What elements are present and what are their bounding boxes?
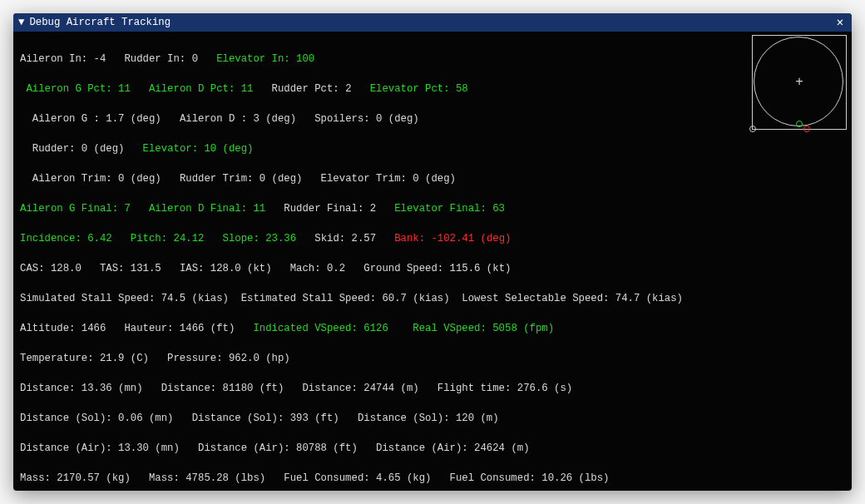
line-rudder-elev: Rudder: 0 (deg) Elevator: 10 (deg) [20,141,845,156]
gauge-marker-green [796,121,803,127]
est-stall: Estimated Stall Speed: 60.7 (kias) [241,293,450,304]
close-icon: ✕ [837,17,843,28]
gauge-center-icon: + [795,76,803,89]
title-area[interactable]: ▼ Debug Aircraft Tracking [18,17,171,28]
spoilers: Spoilers: 0 (deg) [314,113,418,125]
aileron-in: Aileron In: -4 [20,53,106,65]
pressure: Pressure: 962.0 (hp) [167,353,290,364]
close-button[interactable]: ✕ [833,16,847,29]
dist-air-mn: Distance (Air): 13.30 (mn) [20,442,180,454]
line-mass: Mass: 2170.57 (kg) Mass: 4785.28 (lbs) F… [20,471,845,486]
flight-time: Flight time: 276.6 (s) [437,383,572,394]
aileron-d-final: Aileron D Final: 11 [149,203,265,215]
gauge-marker-white [749,126,756,132]
debug-window: ▼ Debug Aircraft Tracking ✕ Aileron In: … [13,13,852,491]
line-distance-air: Distance (Air): 13.30 (mn) Distance (Air… [20,441,845,456]
mach: Mach: 0.2 [290,263,345,274]
fuel-consumed-kg: Fuel Consumed: 4.65 (kg) [284,472,431,484]
aileron-g-pct: Aileron G Pct: 11 [26,83,130,95]
elevator-in: Elevator In: 100 [216,53,314,65]
rudder-trim: Rudder Trim: 0 (deg) [180,173,303,185]
ground-speed: Ground Speed: 115.6 (kt) [363,263,511,274]
line-speeds: CAS: 128.0 TAS: 131.5 IAS: 128.0 (kt) Ma… [20,261,845,276]
line-attitude: Incidence: 6.42 Pitch: 24.12 Slope: 23.3… [20,231,845,246]
cas: CAS: 128.0 [20,263,82,274]
elevator-deg: Elevator: 10 (deg) [143,143,254,155]
ias: IAS: 128.0 (kt) [180,263,272,274]
line-altitude: Altitude: 1466 Hauteur: 1466 (ft) Indica… [20,321,845,336]
pitch: Pitch: 24.12 [131,233,205,245]
dist-air-ft: Distance (Air): 80788 (ft) [198,442,358,454]
aileron-d-deg: Aileron D : 3 (deg) [180,113,296,125]
aileron-d-pct: Aileron D Pct: 11 [149,83,253,95]
rudder-in: Rudder In: 0 [124,53,198,65]
titlebar[interactable]: ▼ Debug Aircraft Tracking ✕ [13,13,852,32]
mass-kg: Mass: 2170.57 (kg) [20,472,131,484]
dist-mn: Distance: 13.36 (mn) [20,383,143,394]
lowest-select: Lowest Selectable Speed: 74.7 (kias) [462,293,683,304]
window-title: Debug Aircraft Tracking [29,17,171,28]
control-gauge: + [752,35,847,130]
collapse-icon[interactable]: ▼ [18,17,24,28]
line-trims: Aileron Trim: 0 (deg) Rudder Trim: 0 (de… [20,171,845,186]
aileron-g-deg: Aileron G : 1.7 (deg) [32,113,161,125]
elevator-final: Elevator Final: 63 [394,203,505,215]
gauge-marker-red [803,126,810,132]
bank: Bank: -102.41 (deg) [394,233,511,245]
dist-m: Distance: 24744 (m) [302,383,418,394]
dist-sol-m: Distance (Sol): 120 (m) [358,413,499,424]
real-vspeed: Real VSpeed: 5058 (fpm) [413,323,554,334]
line-stall: Simulated Stall Speed: 74.5 (kias) Estim… [20,291,845,306]
aileron-trim: Aileron Trim: 0 (deg) [32,173,161,185]
line-aileron-deg: Aileron G : 1.7 (deg) Aileron D : 3 (deg… [20,111,845,126]
elevator-pct: Elevator Pct: 58 [370,83,468,95]
tas: TAS: 131.5 [100,263,161,274]
temperature: Temperature: 21.9 (C) [20,353,149,364]
aileron-g-final: Aileron G Final: 7 [20,203,131,215]
rudder-deg: Rudder: 0 (deg) [32,143,125,155]
altitude: Altitude: 1466 [20,323,106,334]
line-aileron-in: Aileron In: -4 Rudder In: 0 Elevator In:… [20,52,845,67]
dist-air-m: Distance (Air): 24624 (m) [376,442,529,454]
line-finals: Aileron G Final: 7 Aileron D Final: 11 R… [20,201,845,216]
dist-sol-mn: Distance (Sol): 0.06 (mn) [20,413,173,424]
indicated-vspeed: Indicated VSpeed: 6126 [253,323,388,334]
dist-sol-ft: Distance (Sol): 393 (ft) [192,413,339,424]
slope: Slope: 23.36 [223,233,297,245]
skid: Skid: 2.57 [314,233,376,245]
rudder-final: Rudder Final: 2 [284,203,376,215]
mass-lbs: Mass: 4785.28 (lbs) [149,472,265,484]
elevator-trim: Elevator Trim: 0 (deg) [321,173,456,185]
dist-ft: Distance: 81180 (ft) [161,383,284,394]
hauteur: Hauteur: 1466 (ft) [124,323,235,334]
line-distance: Distance: 13.36 (mn) Distance: 81180 (ft… [20,381,845,396]
line-aileron-pct: Aileron G Pct: 11 Aileron D Pct: 11 Rudd… [20,82,845,96]
rudder-pct: Rudder Pct: 2 [272,83,352,95]
debug-content: Aileron In: -4 Rudder In: 0 Elevator In:… [13,32,852,491]
fuel-consumed-lbs: Fuel Consumed: 10.26 (lbs) [450,472,610,484]
incidence: Incidence: 6.42 [20,233,112,245]
line-temp: Temperature: 21.9 (C) Pressure: 962.0 (h… [20,351,845,366]
sim-stall: Simulated Stall Speed: 74.5 (kias) [20,293,229,304]
line-distance-sol: Distance (Sol): 0.06 (mn) Distance (Sol)… [20,411,845,426]
